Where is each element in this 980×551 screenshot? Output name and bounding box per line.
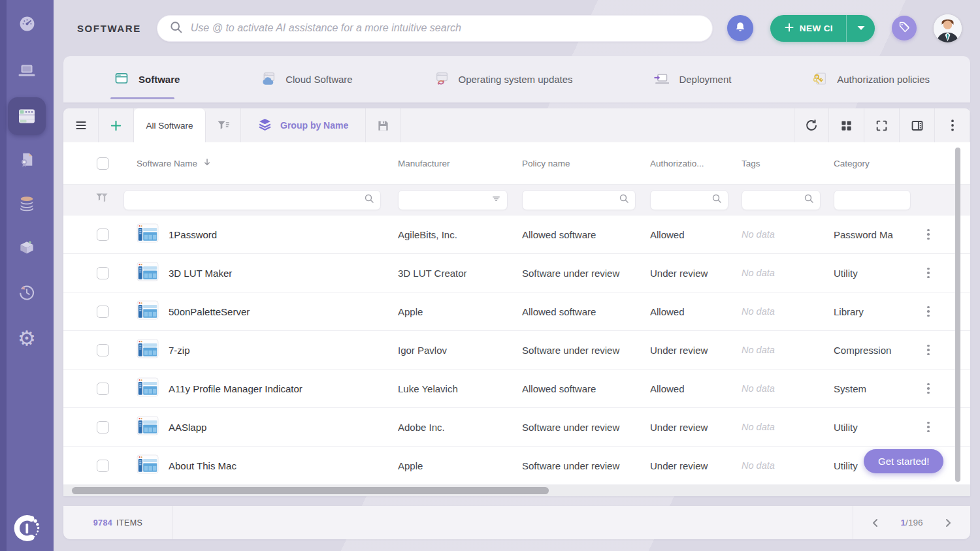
items-counter: 9784 ITEMS — [63, 506, 173, 539]
side-panel-button[interactable] — [900, 108, 935, 142]
next-page-button[interactable] — [940, 515, 956, 531]
vertical-scrollbar-thumb[interactable] — [955, 148, 960, 482]
row-actions-button[interactable] — [913, 418, 943, 437]
current-page: 1 — [901, 518, 906, 527]
notifications-button[interactable] — [727, 15, 753, 41]
row-checkbox[interactable] — [97, 306, 109, 318]
row-actions-button[interactable] — [913, 302, 943, 321]
sidebar-item-devices[interactable] — [0, 50, 54, 94]
policy-name: Software under review — [522, 422, 650, 433]
horizontal-scrollbar[interactable] — [63, 485, 970, 496]
table-row[interactable]: 7-zip Igor Pavlov Software under review … — [63, 331, 970, 370]
user-avatar[interactable] — [934, 14, 962, 42]
filter-authorization-input[interactable] — [657, 195, 711, 205]
sidebar-item-certificates[interactable] — [0, 138, 54, 183]
table-row[interactable]: 50onPaletteServer Apple Allowed software… — [63, 292, 970, 331]
filter-category-input[interactable] — [840, 195, 904, 205]
app-window-icon — [137, 416, 159, 438]
filter-software-name-input[interactable] — [130, 195, 364, 205]
app-window-icon — [137, 339, 159, 361]
filter-button[interactable] — [206, 108, 241, 142]
filter-lines-icon — [491, 194, 501, 206]
row-checkbox[interactable] — [97, 383, 109, 395]
manufacturer: Apple — [398, 306, 522, 317]
tab-deployment[interactable]: Deployment — [653, 71, 731, 88]
row-checkbox[interactable] — [97, 421, 109, 433]
clear-filters-icon[interactable] — [95, 193, 110, 207]
horizontal-scrollbar-thumb[interactable] — [72, 487, 549, 494]
search-icon — [619, 193, 629, 206]
filter-tags-input[interactable] — [748, 195, 804, 205]
column-header-category[interactable]: Category — [834, 159, 913, 168]
row-checkbox[interactable] — [97, 267, 109, 279]
tab-os-updates[interactable]: Operating system updates — [434, 71, 573, 88]
row-checkbox[interactable] — [97, 460, 109, 472]
select-all-checkbox[interactable] — [97, 157, 109, 170]
tab-software[interactable]: Software — [114, 71, 180, 87]
filter-authorization — [650, 190, 728, 210]
card-view-button[interactable] — [829, 108, 864, 142]
row-actions-button[interactable] — [913, 264, 943, 283]
search-input[interactable] — [191, 22, 700, 34]
group-by-button[interactable]: Group by Name — [241, 108, 366, 142]
grid-toolbar: All Software Group by Name — [63, 108, 970, 142]
row-checkbox[interactable] — [97, 344, 109, 356]
software-name: 3D LUT Maker — [169, 268, 232, 279]
page-indicator: 1/196 — [901, 518, 923, 527]
sidebar-item-dashboard[interactable] — [0, 0, 54, 50]
view-tab-all-software[interactable]: All Software — [134, 108, 206, 142]
tab-authorization-policies[interactable]: Authorization policies — [812, 71, 930, 88]
previous-page-button[interactable] — [868, 515, 883, 531]
table-row[interactable]: 1Password AgileBits, Inc. Allowed softwa… — [63, 215, 970, 254]
menu-button[interactable] — [63, 108, 99, 142]
grid-footer: 9784 ITEMS 1/196 — [63, 506, 970, 539]
table-row[interactable]: AASlapp Adobe Inc. Software under review… — [63, 408, 970, 447]
os-updates-tab-icon — [434, 71, 449, 88]
column-header-authorization[interactable]: Authorizatio... — [650, 159, 742, 168]
filter-policy-name-input[interactable] — [529, 195, 619, 205]
items-label: ITEMS — [116, 518, 142, 527]
certificate-file-icon — [18, 151, 36, 171]
row-actions-button[interactable] — [913, 379, 943, 398]
sidebar-item-settings[interactable]: ⚙ — [0, 316, 54, 360]
brand-logo[interactable] — [0, 513, 54, 543]
new-ci-button[interactable]: NEW CI — [770, 15, 846, 42]
sidebar-item-history[interactable] — [0, 272, 54, 316]
sidebar-item-software[interactable] — [0, 94, 54, 138]
column-header-software-name[interactable]: Software Name — [137, 159, 197, 168]
column-header-tags[interactable]: Tags — [742, 159, 834, 168]
table-row[interactable]: A11y Profile Manager Indicator Luke Yela… — [63, 370, 970, 408]
cloud-software-tab-icon — [261, 71, 276, 88]
app-window-icon — [137, 377, 159, 400]
authorization: Allowed — [650, 229, 742, 240]
column-header-manufacturer[interactable]: Manufacturer — [398, 159, 522, 168]
tab-cloud-software[interactable]: Cloud Software — [261, 71, 353, 88]
sidebar-item-packages[interactable] — [0, 227, 54, 272]
policy-name: Software under review — [522, 345, 650, 356]
more-options-button[interactable] — [935, 108, 970, 142]
column-header-policy-name[interactable]: Policy name — [522, 159, 650, 168]
table-row[interactable]: 3D LUT Maker 3D LUT Creator Software und… — [63, 254, 970, 292]
tags: No data — [742, 229, 834, 240]
fullscreen-button[interactable] — [864, 108, 900, 142]
table-row[interactable]: About This Mac Apple Software under revi… — [63, 447, 970, 485]
filter-manufacturer-input[interactable] — [404, 195, 491, 205]
tags: No data — [742, 460, 834, 471]
row-actions-button[interactable] — [913, 341, 943, 360]
main-area: SOFTWARE NEW CI — [54, 0, 980, 551]
deployment-tab-icon — [653, 71, 669, 88]
add-button[interactable] — [99, 108, 134, 142]
save-view-button[interactable] — [366, 108, 401, 142]
new-ci-dropdown-button[interactable] — [846, 15, 875, 42]
tags: No data — [742, 422, 834, 432]
row-actions-button[interactable] — [913, 225, 943, 244]
layers-icon — [258, 118, 272, 133]
tags: No data — [742, 306, 834, 317]
get-started-button[interactable]: Get started! — [864, 449, 943, 473]
tags-button[interactable] — [892, 16, 917, 40]
row-checkbox[interactable] — [97, 228, 109, 241]
pagination: 1/196 — [853, 506, 970, 539]
refresh-button[interactable] — [794, 108, 829, 142]
search-icon — [169, 20, 183, 37]
sidebar-item-inventory[interactable] — [0, 183, 54, 227]
